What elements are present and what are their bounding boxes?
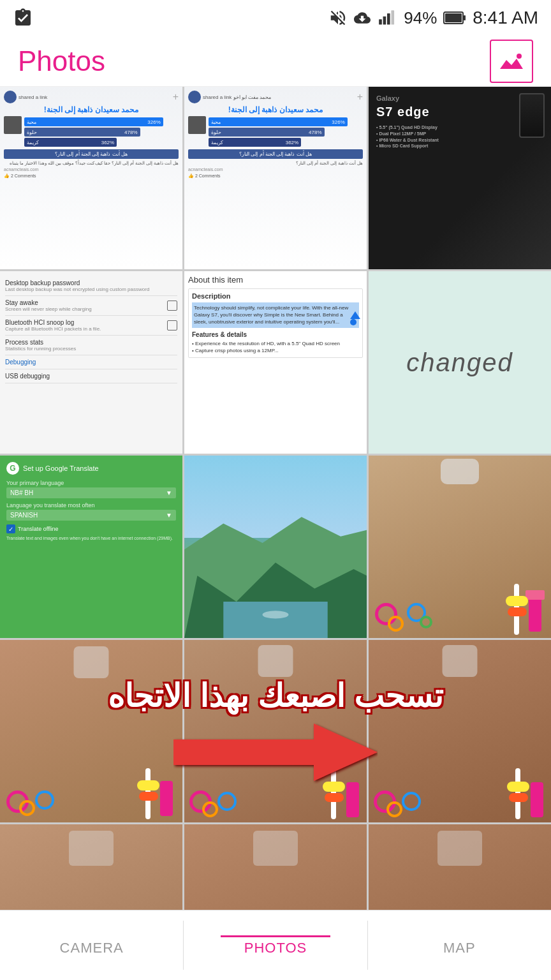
svg-rect-1 (383, 17, 386, 25)
photo-cell-7[interactable]: G Set up Google Translate Your primary l… (0, 456, 182, 638)
photo-cell-1[interactable]: shared a link + محمد سعيدان ذاهبة إلى ال… (0, 87, 182, 269)
photo-cell-12[interactable] (369, 640, 551, 822)
svg-rect-7 (497, 50, 525, 73)
photo-cell-11[interactable] (184, 640, 367, 822)
battery-icon (443, 11, 466, 25)
svg-rect-6 (464, 15, 466, 20)
photo-view-button[interactable] (490, 40, 533, 83)
annotation-row: تسحب اصبعك بهذا الاتجاه (0, 640, 551, 822)
photo-cell-8[interactable] (184, 456, 367, 638)
photo-cell-6[interactable]: changed (369, 271, 551, 454)
svg-rect-3 (392, 10, 395, 24)
mute-icon (328, 8, 348, 27)
clipboard-icon (13, 8, 33, 28)
status-time: 8:41 AM (473, 8, 538, 28)
svg-rect-2 (387, 13, 390, 25)
photo-cell-9[interactable] (369, 456, 551, 638)
photo-cell-2[interactable]: محمد مفت ابو اخو shared a link + محمد سع… (184, 87, 367, 269)
page-title: Photos (18, 45, 105, 77)
tab-camera[interactable]: CAMERA (0, 910, 183, 980)
svg-rect-0 (379, 19, 382, 24)
photo-icon (497, 50, 525, 73)
svg-point-8 (517, 54, 522, 59)
svg-point-12 (263, 611, 289, 618)
photo-cell-5[interactable]: About this item Description Technology s… (184, 271, 367, 454)
photo-grid: shared a link + محمد سعيدان ذاهبة إلى ال… (0, 87, 551, 980)
tab-photos-label: PHOTOS (244, 940, 307, 956)
tab-photos[interactable]: PHOTOS (184, 910, 367, 980)
sync-icon (354, 10, 371, 26)
bottom-nav: CAMERA PHOTOS MAP (0, 910, 551, 980)
photo-cell-3[interactable]: Galaxy S7 edge • 5.5" (5.1") Quad HD Dis… (369, 87, 551, 269)
tab-camera-label: CAMERA (60, 940, 124, 956)
app-header: Photos (0, 36, 551, 87)
status-bar: 94% 8:41 AM (0, 0, 551, 36)
status-left (13, 8, 33, 28)
tab-map[interactable]: MAP (368, 910, 551, 980)
signal-icon (377, 9, 397, 27)
tab-map-label: MAP (443, 940, 476, 956)
photo-cell-4[interactable]: Desktop backup password Last desktop bac… (0, 271, 182, 454)
svg-rect-11 (223, 602, 327, 638)
photo-cell-10[interactable] (0, 640, 182, 822)
battery-level: 94% (404, 8, 437, 28)
status-right: 94% 8:41 AM (328, 8, 538, 28)
svg-rect-5 (445, 13, 462, 22)
